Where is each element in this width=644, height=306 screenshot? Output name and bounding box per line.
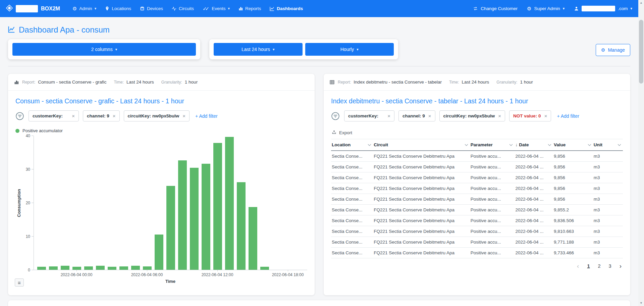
scrollbar-thumb[interactable]	[639, 20, 643, 84]
cell-unit: m3	[593, 151, 623, 162]
table-row[interactable]: Sectia Conse...FQ221 Sectia Conserve Deb…	[331, 151, 623, 162]
filter-icon[interactable]	[331, 112, 340, 120]
remove-filter-icon[interactable]: ×	[113, 113, 116, 119]
y-axis-tick-label: 30	[26, 167, 30, 172]
column-header-parameter[interactable]: Parameter	[470, 139, 515, 151]
x-axis-tick-label: 2022-06-04 00:00	[61, 272, 93, 277]
cell-unit: m3	[593, 205, 623, 215]
nav-item-devices[interactable]: Devices	[136, 3, 167, 14]
user-menu[interactable]: .com ▾	[574, 6, 632, 11]
remove-filter-icon[interactable]: ×	[387, 113, 390, 119]
cell-value: 9,856	[553, 172, 593, 183]
chevron-down-icon[interactable]	[509, 144, 513, 146]
remove-filter-icon[interactable]: ×	[428, 113, 431, 119]
time-label: Time:	[114, 80, 124, 85]
granularity-label: Granularity:	[496, 80, 517, 85]
columns-dropdown-button[interactable]: 2 columns ▾	[12, 43, 196, 56]
add-filter-link[interactable]: + Add filter	[195, 113, 218, 119]
chart-bar	[213, 143, 222, 270]
export-button[interactable]: Export	[332, 130, 352, 136]
change-customer-button[interactable]: Change Customer	[473, 6, 518, 11]
nav-item-circuits[interactable]: Circuits	[168, 3, 198, 14]
chart-menu-button[interactable]: ≡	[15, 278, 24, 287]
nav-item-label: Events	[212, 6, 225, 11]
nav-item-admin[interactable]: ⚙Admin▾	[69, 3, 100, 14]
add-filter-link[interactable]: + Add filter	[557, 113, 579, 119]
table-row[interactable]: Sectia Conse...FQ221 Sectia Conserve Deb…	[331, 226, 623, 237]
results-table: LocationCircuitParameter↓DateValueUnit S…	[331, 139, 623, 258]
chevron-down-icon: ▾	[630, 6, 632, 11]
nav-item-label: Devices	[147, 6, 163, 11]
time-range-dropdown-button[interactable]: Last 24 hours ▾	[214, 43, 303, 56]
nav-item-locations[interactable]: Locations	[101, 3, 135, 14]
page-button-1[interactable]: 1	[587, 263, 590, 269]
granularity-dropdown-button[interactable]: Hourly ▾	[305, 43, 394, 56]
chevron-down-icon[interactable]	[465, 144, 468, 146]
remove-filter-icon[interactable]: ×	[498, 113, 501, 119]
previous-page-button[interactable]: ‹	[577, 263, 579, 269]
cell-value: 9,856	[553, 194, 593, 205]
chart-bar	[119, 266, 128, 270]
table-row[interactable]: Sectia Conse...FQ221 Sectia Conserve Deb…	[331, 248, 623, 258]
column-header-location[interactable]: Location	[331, 139, 373, 151]
table-row[interactable]: Sectia Conse...FQ221 Sectia Conserve Deb…	[331, 237, 623, 248]
chart-bar	[49, 266, 58, 270]
table-row[interactable]: Sectia Conse...FQ221 Sectia Conserve Deb…	[331, 205, 623, 215]
page-button-2[interactable]: 2	[598, 263, 601, 269]
table-row[interactable]: Sectia Conse...FQ221 Sectia Conserve Deb…	[331, 172, 623, 183]
report-value: Consum - sectia Conserve - grafic	[38, 80, 106, 85]
cell-circuit: FQ221 Sectia Conserve Debitmetru Apa	[373, 162, 470, 172]
chart-title: Consum - sectia Conserve - grafic - Last…	[15, 97, 307, 105]
table-row[interactable]: Sectia Conse...FQ221 Sectia Conserve Deb…	[331, 183, 623, 194]
page-button-3[interactable]: 3	[609, 263, 611, 269]
column-header-circuit[interactable]: Circuit	[373, 139, 470, 151]
role-menu[interactable]: ⚙ Super Admin ▾	[527, 6, 565, 11]
chart-bar	[143, 266, 152, 270]
cell-unit: m3	[593, 162, 623, 172]
filter-icon[interactable]	[15, 112, 24, 120]
column-header-date[interactable]: ↓Date	[515, 139, 553, 151]
sort-desc-icon: ↓	[515, 142, 518, 147]
table-row[interactable]: Sectia Conse...FQ221 Sectia Conserve Deb…	[331, 194, 623, 205]
scroll-up-icon[interactable]: ▲	[638, 0, 644, 6]
chevron-down-icon[interactable]	[548, 144, 551, 146]
chevron-down-icon[interactable]	[618, 144, 621, 146]
remove-filter-icon[interactable]: ×	[182, 113, 185, 119]
next-page-button[interactable]: ›	[620, 263, 622, 269]
table-row[interactable]: Sectia Conse...FQ221 Sectia Conserve Deb…	[331, 162, 623, 172]
pagination: ‹ 123 ›	[331, 263, 623, 269]
column-header-unit[interactable]: Unit	[593, 139, 623, 151]
cell-circuit: FQ221 Sectia Conserve Debitmetru Apa	[373, 205, 470, 215]
column-header-value[interactable]: Value	[553, 139, 593, 151]
nav-item-label: Reports	[245, 6, 261, 11]
remove-filter-icon[interactable]: ×	[72, 113, 75, 119]
bar-chart-icon	[238, 6, 243, 11]
circuit-pulse-icon	[172, 6, 176, 11]
table-row[interactable]: Sectia Conse...FQ221 Sectia Conserve Deb…	[331, 215, 623, 226]
x-axis: 2022-06-04 00:002022-06-04 06:002022-06-…	[34, 270, 307, 277]
brand[interactable]: BOX2M	[6, 5, 60, 13]
hamburger-icon: ≡	[18, 280, 21, 286]
column-label: Circuit	[374, 142, 388, 147]
chevron-down-icon[interactable]	[588, 144, 591, 146]
scroll-down-icon[interactable]: ▼	[638, 300, 644, 306]
page-title-row: Dashboard Apa - consum	[8, 25, 630, 35]
nav-item-events[interactable]: ✓✓Events▾	[199, 3, 233, 14]
nav-item-dashboards[interactable]: Dashboards	[266, 3, 307, 14]
chart-bar	[37, 267, 46, 270]
chevron-down-icon: ▾	[273, 47, 275, 52]
y-axis-tick-label: 20	[26, 201, 30, 205]
table-header-row: LocationCircuitParameter↓DateValueUnit	[331, 139, 623, 151]
chart-bar	[202, 164, 210, 270]
manage-button[interactable]: ⚙ Manage	[596, 44, 630, 56]
chevron-down-icon: ▾	[228, 6, 230, 11]
chevron-down-icon[interactable]	[368, 144, 371, 146]
cell-date: 2022-06-04 ...	[515, 237, 553, 248]
toolbar: 2 columns ▾ Last 24 hours ▾ Hourly ▾ ⚙ M…	[8, 39, 630, 59]
y-axis: 010203040	[22, 136, 34, 270]
chevron-down-icon: ▾	[563, 6, 565, 11]
nav-item-reports[interactable]: Reports	[235, 3, 265, 14]
granularity-label: Granularity:	[161, 80, 182, 85]
change-customer-label: Change Customer	[481, 6, 518, 11]
remove-filter-icon[interactable]: ×	[544, 113, 547, 119]
